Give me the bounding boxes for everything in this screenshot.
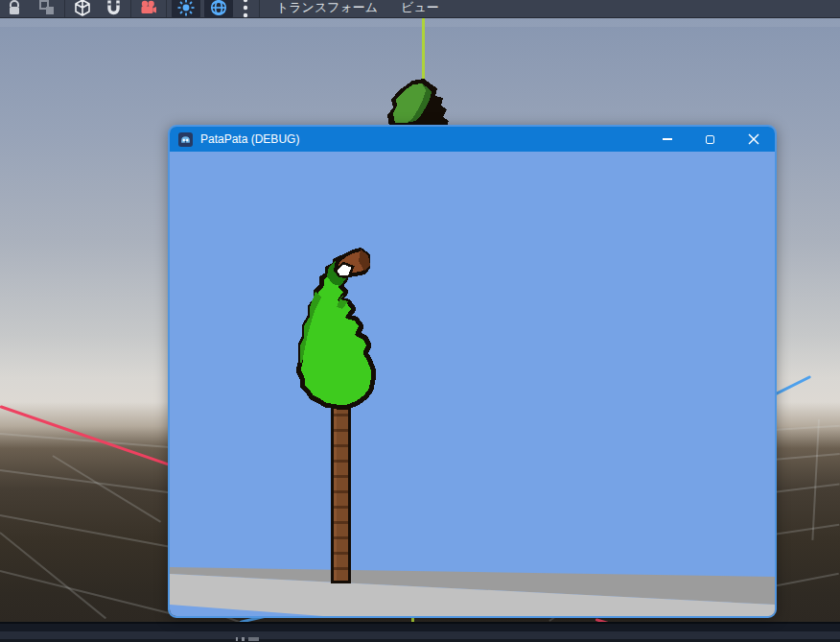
editor-tree-sprite[interactable] [384, 75, 453, 127]
cube-view-icon[interactable] [70, 0, 95, 18]
window-controls [645, 127, 775, 152]
grid-line [0, 469, 170, 493]
viewport-toolbar: トランスフォーム ビュー [0, 0, 840, 18]
tree-trunk [331, 401, 351, 583]
grid-line [811, 419, 820, 540]
sky-top-band [0, 18, 840, 27]
z-axis-line [773, 375, 811, 396]
maximize-button[interactable] [688, 127, 732, 152]
transform-menu[interactable]: トランスフォーム [265, 0, 389, 18]
maximize-icon [706, 135, 714, 144]
view-menu[interactable]: ビュー [389, 0, 451, 18]
grid-line [773, 524, 840, 535]
camera-preview-icon[interactable] [136, 0, 161, 18]
panel-stripe [0, 631, 840, 639]
minimize-icon [663, 138, 672, 140]
environment-globe-icon[interactable] [204, 0, 233, 18]
toolbar-separator [166, 0, 167, 18]
close-button[interactable] [732, 127, 775, 152]
grid-line [773, 573, 839, 587]
grid-line [0, 570, 171, 614]
group-icon[interactable] [35, 0, 59, 18]
kebab-menu-icon[interactable] [237, 0, 254, 18]
toolbar-separator [64, 0, 65, 18]
panel-stripe [0, 624, 840, 631]
platform-top-face [170, 152, 775, 616]
sun-preview-icon[interactable] [172, 0, 200, 18]
grid-line [773, 453, 840, 461]
lock-icon[interactable] [2, 0, 27, 18]
clipped-text-fragment [236, 637, 259, 641]
game-window: PataPata (DEBUG) [168, 125, 777, 618]
toolbar-separator [259, 0, 260, 18]
platform-front-face [170, 152, 775, 616]
window-titlebar[interactable]: PataPata (DEBUG) [170, 127, 775, 152]
app-icon [178, 132, 193, 147]
window-title: PataPata (DEBUG) [200, 132, 299, 146]
y-axis-line [422, 18, 425, 80]
close-icon [748, 133, 759, 145]
minimize-button[interactable] [645, 127, 688, 152]
game-scene [170, 152, 775, 616]
magnet-snap-icon[interactable] [101, 0, 126, 18]
grid-line [0, 514, 170, 548]
editor-screen: トランスフォーム ビュー PataPata (DEBUG) [0, 0, 840, 642]
tree-fruit [332, 248, 370, 280]
grid-line [773, 425, 840, 431]
editor-bottom-panel [0, 622, 840, 642]
toolbar-separator [130, 0, 131, 18]
grid-line [773, 483, 840, 493]
